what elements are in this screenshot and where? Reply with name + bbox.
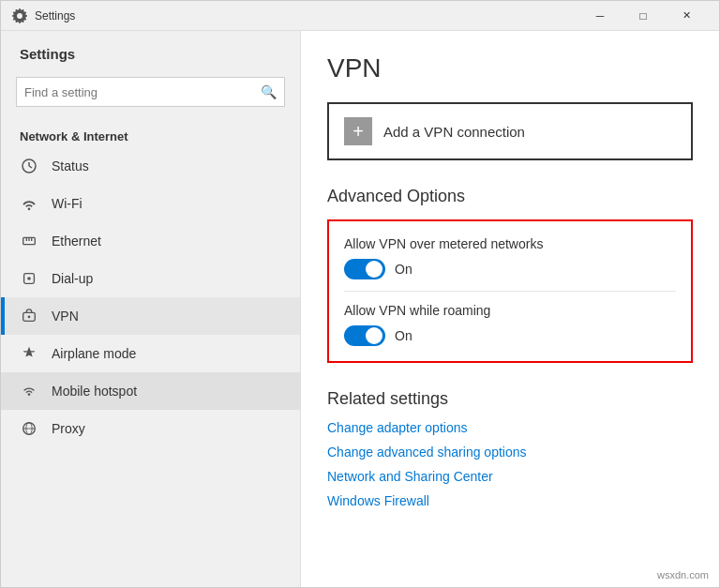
- title-bar: Settings: [1, 1, 719, 31]
- option1-toggle-row: On: [344, 259, 676, 279]
- option2-toggle-text: On: [395, 328, 412, 343]
- option2-toggle-knob: [366, 327, 382, 344]
- option1-label: Allow VPN over metered networks: [344, 236, 676, 251]
- search-icon: 🔍: [261, 84, 277, 99]
- airplane-icon: [20, 344, 38, 363]
- svg-point-10: [28, 316, 31, 319]
- related-link-0[interactable]: Change adapter options: [327, 420, 693, 435]
- status-icon: [20, 157, 38, 175]
- watermark: wsxdn.com: [654, 568, 712, 581]
- option1-toggle-text: On: [395, 262, 412, 277]
- add-vpn-button[interactable]: + Add a VPN connection: [327, 102, 693, 160]
- add-vpn-label: Add a VPN connection: [383, 124, 525, 140]
- sidebar-item-vpn[interactable]: VPN: [1, 297, 300, 335]
- related-link-1[interactable]: Change advanced sharing options: [327, 445, 693, 460]
- sidebar-item-airplane[interactable]: Airplane mode: [1, 335, 300, 372]
- option2-label: Allow VPN while roaming: [344, 303, 676, 318]
- title-bar-left: Settings: [12, 8, 75, 23]
- title-bar-controls: [578, 1, 708, 31]
- sidebar-item-proxy[interactable]: Proxy: [1, 410, 300, 447]
- sidebar-item-hotspot[interactable]: Mobile hotspot: [1, 372, 300, 410]
- svg-point-8: [27, 277, 31, 280]
- section-label: Network & Internet: [1, 122, 300, 147]
- search-box[interactable]: 🔍: [16, 77, 285, 107]
- option2-toggle-row: On: [344, 325, 676, 346]
- sidebar-item-airplane-label: Airplane mode: [52, 346, 136, 361]
- related-link-2[interactable]: Network and Sharing Center: [327, 469, 693, 484]
- advanced-options-box: Allow VPN over metered networks On Allow…: [327, 219, 693, 363]
- related-settings-title: Related settings: [327, 389, 693, 409]
- settings-window: Settings Settings 🔍 Network & Internet: [0, 0, 720, 588]
- sidebar: Settings 🔍 Network & Internet Status: [1, 31, 301, 587]
- vpn-icon: [20, 307, 38, 325]
- sidebar-item-dialup[interactable]: Dial-up: [1, 260, 300, 297]
- search-input[interactable]: [24, 85, 261, 99]
- sidebar-item-wifi[interactable]: Wi-Fi: [1, 185, 300, 222]
- main-panel: VPN + Add a VPN connection Advanced Opti…: [301, 31, 719, 587]
- hotspot-icon: [20, 382, 38, 400]
- option1-group: Allow VPN over metered networks On: [344, 236, 676, 292]
- sidebar-item-hotspot-label: Mobile hotspot: [52, 384, 137, 399]
- sidebar-item-wifi-label: Wi-Fi: [52, 196, 82, 211]
- svg-point-11: [28, 393, 31, 396]
- option2-toggle[interactable]: [344, 325, 385, 346]
- sidebar-header: Settings: [1, 31, 300, 69]
- window-title: Settings: [35, 9, 75, 23]
- option1-toggle-knob: [366, 261, 382, 278]
- dialup-icon: [20, 269, 38, 288]
- proxy-icon: [20, 419, 38, 438]
- related-link-3[interactable]: Windows Firewall: [327, 493, 693, 508]
- sidebar-item-ethernet-label: Ethernet: [52, 234, 101, 249]
- main-content: Settings 🔍 Network & Internet Status: [1, 31, 719, 587]
- wifi-icon: [20, 194, 38, 213]
- option1-toggle[interactable]: [344, 259, 385, 279]
- plus-icon: +: [344, 117, 372, 145]
- sidebar-item-dialup-label: Dial-up: [52, 271, 93, 286]
- sidebar-item-proxy-label: Proxy: [52, 421, 85, 436]
- sidebar-item-status-label: Status: [52, 158, 89, 173]
- page-title: VPN: [327, 53, 693, 83]
- advanced-options-title: Advanced Options: [327, 187, 693, 206]
- sidebar-item-status[interactable]: Status: [1, 147, 300, 185]
- maximize-button[interactable]: [622, 1, 665, 31]
- ethernet-icon: [20, 232, 38, 250]
- minimize-button[interactable]: [578, 1, 622, 31]
- sidebar-item-vpn-label: VPN: [52, 309, 79, 324]
- settings-icon: [12, 8, 27, 23]
- option2-group: Allow VPN while roaming On: [344, 303, 676, 346]
- sidebar-item-ethernet[interactable]: Ethernet: [1, 222, 300, 260]
- close-button[interactable]: [665, 1, 708, 31]
- svg-line-2: [29, 166, 32, 168]
